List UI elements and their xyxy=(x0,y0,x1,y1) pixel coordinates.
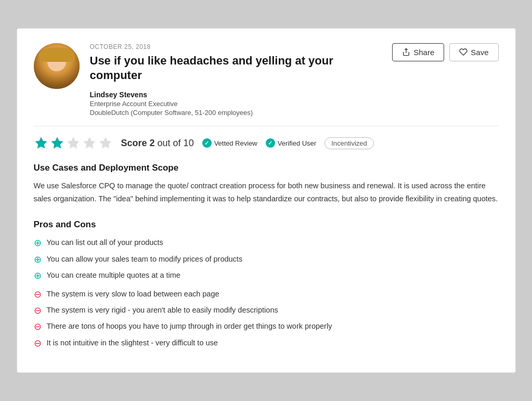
pro-icon-2: ⊕ xyxy=(34,254,42,266)
con-text-2: The system is very rigid - you aren't ab… xyxy=(47,305,278,316)
vetted-review-badge: ✓ Vetted Review xyxy=(202,138,257,148)
con-text-4: It is not intuitive in the slightest - v… xyxy=(47,338,218,349)
use-cases-text: We use Salesforce CPQ to manage the quot… xyxy=(34,179,499,205)
cons-list: ⊖ The system is very slow to load betwee… xyxy=(34,289,499,350)
star-4 xyxy=(82,136,97,150)
con-icon-2: ⊖ xyxy=(34,305,42,317)
pros-list: ⊕ You can list out all of your products … xyxy=(34,237,499,282)
con-icon-1: ⊖ xyxy=(34,289,42,301)
con-item-1: ⊖ The system is very slow to load betwee… xyxy=(34,289,499,301)
rating-row: Score 2 out of 10 ✓ Vetted Review ✓ Veri… xyxy=(34,136,499,150)
pros-cons-title: Pros and Cons xyxy=(34,219,499,230)
vetted-label: Vetted Review xyxy=(214,139,257,147)
save-button[interactable]: Save xyxy=(449,43,498,61)
con-icon-4: ⊖ xyxy=(34,338,42,350)
share-icon xyxy=(402,48,410,56)
star-1 xyxy=(34,136,48,150)
avatar xyxy=(34,43,80,89)
verified-label: Verified User xyxy=(278,139,316,147)
star-rating xyxy=(34,136,113,150)
star-3 xyxy=(66,136,81,150)
pro-item-3: ⊕ You can create multiple quotes at a ti… xyxy=(34,270,499,282)
pro-text-1: You can list out all of your products xyxy=(47,237,163,249)
share-button[interactable]: Share xyxy=(392,43,444,61)
author-job-title: Enterprise Account Executive xyxy=(90,100,382,108)
header-row: OCTOBER 25, 2018 Use if you like headach… xyxy=(34,43,499,117)
verified-check-icon: ✓ xyxy=(266,138,275,148)
heart-icon xyxy=(459,48,468,56)
action-buttons: Share Save xyxy=(392,43,498,61)
review-date: OCTOBER 25, 2018 xyxy=(90,43,382,50)
author-company: DoubleDutch (Computer Software, 51-200 e… xyxy=(90,109,382,117)
pro-text-2: You can allow your sales team to modify … xyxy=(47,254,243,265)
review-title: Use if you like headaches and yelling at… xyxy=(90,54,382,83)
vetted-check-icon: ✓ xyxy=(202,138,212,148)
con-item-2: ⊖ The system is very rigid - you aren't … xyxy=(34,305,499,317)
con-item-4: ⊖ It is not intuitive in the slightest -… xyxy=(34,338,499,350)
use-cases-title: Use Cases and Deployment Scope xyxy=(34,163,499,173)
con-item-3: ⊖ There are tons of hoops you have to ju… xyxy=(34,321,499,333)
score-label: Score xyxy=(121,138,147,148)
score-display: Score 2 out of 10 xyxy=(121,138,194,149)
star-5 xyxy=(98,136,113,150)
verified-user-badge: ✓ Verified User xyxy=(266,138,316,148)
pro-item-1: ⊕ You can list out all of your products xyxy=(34,237,499,249)
author-name: Lindsey Stevens xyxy=(90,90,382,99)
divider xyxy=(34,126,499,126)
con-text-3: There are tons of hoops you have to jump… xyxy=(47,321,332,332)
pro-item-2: ⊕ You can allow your sales team to modif… xyxy=(34,254,499,266)
header-content: OCTOBER 25, 2018 Use if you like headach… xyxy=(90,43,382,117)
con-text-1: The system is very slow to load between … xyxy=(47,289,219,300)
pro-icon-1: ⊕ xyxy=(34,237,42,249)
star-2 xyxy=(50,136,64,150)
con-icon-3: ⊖ xyxy=(34,321,42,333)
review-card: OCTOBER 25, 2018 Use if you like headach… xyxy=(17,28,516,373)
pro-text-3: You can create multiple quotes at a time xyxy=(47,270,180,281)
pro-icon-3: ⊕ xyxy=(34,270,42,282)
incentivized-badge: Incentivized xyxy=(325,137,374,149)
